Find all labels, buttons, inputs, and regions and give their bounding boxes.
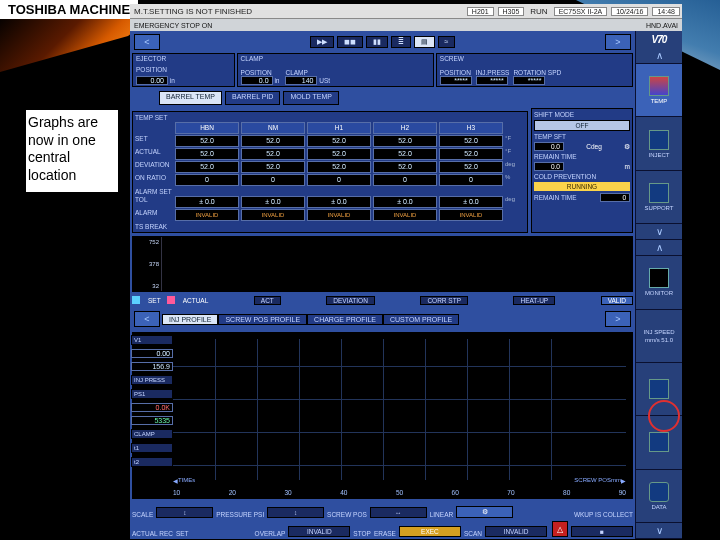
nav-next-button[interactable]: >: [605, 34, 631, 50]
shift-off-button[interactable]: OFF: [534, 120, 630, 131]
zone-cell[interactable]: 52.0: [175, 135, 239, 147]
chart-left-value[interactable]: 5335: [131, 416, 173, 425]
quick-tab-5[interactable]: ▤: [414, 36, 435, 48]
zone-cell[interactable]: ± 0.0: [373, 196, 437, 208]
side-inject-button[interactable]: INJECT: [636, 117, 682, 170]
chart-left-value[interactable]: 0.00: [131, 349, 173, 358]
rot-spd-value[interactable]: *****: [513, 76, 545, 85]
zone-cell[interactable]: 0: [175, 174, 239, 186]
chart-left-value[interactable]: 156.9: [131, 362, 173, 371]
clamp-pos-value[interactable]: 0.0: [241, 76, 273, 85]
zone-cell[interactable]: 0: [307, 174, 371, 186]
chip-h305[interactable]: H305: [498, 7, 525, 16]
quick-tab-1[interactable]: ▶▶: [310, 36, 334, 48]
zone-head-3[interactable]: H2: [373, 122, 437, 134]
zone-cell[interactable]: 52.0: [439, 135, 503, 147]
tab-mold-temp[interactable]: MOLD TEMP: [283, 91, 339, 105]
zone-cell[interactable]: INVALID: [439, 209, 503, 221]
zone-cell[interactable]: 52.0: [241, 135, 305, 147]
zone-cell[interactable]: ± 0.0: [439, 196, 503, 208]
zone-cell[interactable]: 52.0: [307, 161, 371, 173]
quick-tab-3[interactable]: ▮▮: [366, 36, 388, 48]
scale-y-button[interactable]: ↕: [156, 507, 213, 518]
zone-cell[interactable]: 52.0: [439, 148, 503, 160]
inj-press-value[interactable]: *****: [476, 76, 508, 85]
side-monitor-button[interactable]: MONITOR: [636, 256, 682, 309]
zone-cell[interactable]: 52.0: [439, 161, 503, 173]
zone-cell[interactable]: 52.0: [241, 148, 305, 160]
zone-head-4[interactable]: H3: [439, 122, 503, 134]
clamp-force-value[interactable]: 140: [285, 76, 317, 85]
quick-tab-4[interactable]: ≣: [391, 36, 411, 48]
chip-h201[interactable]: H201: [467, 7, 494, 16]
side-data-button[interactable]: DATA: [636, 470, 682, 523]
tempsft-value[interactable]: 0.0: [534, 142, 564, 151]
valid-button[interactable]: VALID: [601, 296, 633, 305]
zone-cell[interactable]: 52.0: [307, 148, 371, 160]
zone-head-0[interactable]: HBN: [175, 122, 239, 134]
settings-icon[interactable]: ⚙: [624, 143, 630, 151]
zone-cell[interactable]: INVALID: [175, 209, 239, 221]
side-temp-button[interactable]: TEMP: [636, 64, 682, 117]
zone-cell[interactable]: 0: [439, 174, 503, 186]
side-up2-button[interactable]: ∧: [636, 240, 682, 256]
chart-left-value[interactable]: 0.0K: [131, 403, 173, 412]
scan-invalid-button[interactable]: INVALID: [485, 526, 547, 537]
deviation-button[interactable]: DEVIATION: [326, 296, 375, 305]
zone-cell[interactable]: 52.0: [373, 161, 437, 173]
nav-prev-button[interactable]: <: [134, 34, 160, 50]
clamp-force-unit: USt: [319, 77, 330, 84]
zone-cell[interactable]: 0: [241, 174, 305, 186]
zone-head-2[interactable]: H1: [307, 122, 371, 134]
bottom-button-1[interactable]: ■: [571, 526, 633, 537]
zone-cell[interactable]: ± 0.0: [175, 196, 239, 208]
side-down-button[interactable]: ∨: [636, 224, 682, 240]
tab-custom-profile[interactable]: CUSTOM PROFILE: [383, 314, 459, 325]
zone-head-1[interactable]: NM: [241, 122, 305, 134]
zone-cell[interactable]: ± 0.0: [241, 196, 305, 208]
corr-button[interactable]: CORR STP: [420, 296, 468, 305]
zone-cell[interactable]: 52.0: [175, 161, 239, 173]
screw-pos-value[interactable]: *****: [440, 76, 472, 85]
zone-cell[interactable]: 52.0: [373, 148, 437, 160]
zone-cell[interactable]: 0: [373, 174, 437, 186]
profile-next-button[interactable]: >: [605, 311, 631, 327]
zone-cell[interactable]: INVALID: [307, 209, 371, 221]
row-unit: °F: [505, 135, 525, 147]
side-gear-button[interactable]: [636, 416, 682, 469]
heatup-button[interactable]: HEAT-UP: [513, 296, 555, 305]
zone-cell[interactable]: INVALID: [241, 209, 305, 221]
quick-tab-6[interactable]: ≈: [438, 36, 456, 48]
side-graph-button[interactable]: [636, 363, 682, 416]
ts-break-title: TS BREAK: [135, 223, 167, 230]
exec-button[interactable]: EXEC: [399, 526, 461, 537]
alarm-triangle-icon[interactable]: △: [552, 521, 568, 537]
act-button[interactable]: ACT: [254, 296, 281, 305]
quick-tab-2[interactable]: ◼◼: [337, 36, 363, 48]
tab-inj-profile[interactable]: INJ PROFILE: [162, 314, 218, 325]
pressure-scale-button[interactable]: ↕: [267, 507, 324, 518]
side-up-button[interactable]: ∧: [636, 48, 682, 64]
zone-cell[interactable]: INVALID: [373, 209, 437, 221]
tab-charge-profile[interactable]: CHARGE PROFILE: [307, 314, 383, 325]
ejector-value[interactable]: 0.00: [136, 76, 168, 85]
tab-screwpos-profile[interactable]: SCREW POS PROFILE: [218, 314, 307, 325]
zone-cell[interactable]: 52.0: [373, 135, 437, 147]
tempsft-label: TEMP SFT: [534, 133, 630, 140]
side-down2-button[interactable]: ∨: [636, 523, 682, 539]
tab-barrel-temp[interactable]: BARREL TEMP: [159, 91, 222, 105]
zone-cell[interactable]: 52.0: [175, 148, 239, 160]
running-value[interactable]: 0: [600, 193, 630, 202]
cold-label: COLD PREVENTION: [534, 173, 630, 180]
tab-barrel-pid[interactable]: BARREL PID: [225, 91, 280, 105]
side-injspeed-button[interactable]: INJ SPEED mm/s 51.0: [636, 310, 682, 363]
zone-cell[interactable]: 52.0: [241, 161, 305, 173]
profile-prev-button[interactable]: <: [134, 311, 160, 327]
overlap-invalid-button[interactable]: INVALID: [288, 526, 350, 537]
linear-gear-button[interactable]: ⚙: [456, 506, 513, 518]
screwpos-scale-button[interactable]: ↔: [370, 507, 427, 518]
side-support-button[interactable]: SUPPORT: [636, 171, 682, 224]
remain-value[interactable]: 0.0: [534, 162, 564, 171]
zone-cell[interactable]: ± 0.0: [307, 196, 371, 208]
zone-cell[interactable]: 52.0: [307, 135, 371, 147]
